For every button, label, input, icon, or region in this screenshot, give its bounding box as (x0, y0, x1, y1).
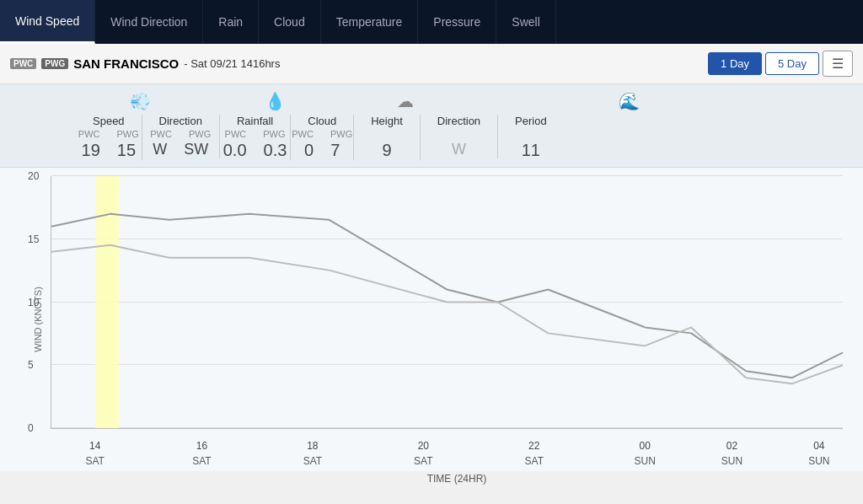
speed-pwc-label: PWC (78, 129, 100, 139)
y-tick-15: 15 (28, 233, 39, 245)
y-tick-0: 0 (28, 422, 34, 434)
chart-svg (51, 176, 843, 428)
wind-line-upper (51, 214, 843, 378)
swell-height-labels (354, 129, 420, 139)
rain-pwc-value: 0.0 (223, 141, 247, 160)
x-axis-title: TIME (24HR) (0, 473, 863, 485)
x-label-04: 04SUN (808, 438, 829, 469)
swell-period-group: Period 11 (498, 115, 564, 160)
swell-period-value: 11 (522, 141, 540, 160)
tab-wind-direction[interactable]: Wind Direction (95, 0, 203, 44)
rainfall-header: Rainfall (220, 115, 290, 127)
chart-container: WIND (KNOTS) 0 5 10 15 20 (0, 168, 863, 471)
cloud-icon: ☁ (342, 91, 469, 111)
location-name: SAN FRANCISCO (73, 56, 179, 71)
swell-height-values: 9 (354, 141, 420, 160)
x-label-16: 16SAT (192, 438, 211, 469)
y-tick-20: 20 (28, 170, 39, 182)
swell-height-group: Height 9 (354, 115, 421, 160)
dir-pwc-value: W (153, 141, 167, 158)
tab-swell[interactable]: Swell (496, 0, 555, 44)
direction-values: W SW (142, 141, 219, 158)
pwc-badge-1: PWC (10, 58, 36, 69)
y-tick-10: 10 (28, 297, 39, 308)
summary-columns: Speed PWC PWG 19 15 Direction PWC PWG W … (59, 115, 863, 160)
speed-values: 19 15 (76, 141, 142, 160)
dir-pwg-value: SW (184, 141, 208, 158)
chart-inner: 0 5 10 15 20 14SAT 16SAT 18SAT 20 (51, 176, 843, 429)
cloud-pwg-value: 7 (330, 141, 340, 160)
speed-pwc-value: 19 (82, 141, 100, 160)
x-label-02: 02SUN (721, 438, 742, 469)
cloud-values: 0 7 (291, 141, 353, 160)
x-label-14: 14SAT (85, 438, 104, 469)
speed-pwg-label: PWG (116, 129, 138, 139)
rainfall-group: Rainfall PWC PWG 0.0 0.3 (220, 115, 291, 160)
dir-pwc-label: PWC (150, 129, 172, 139)
cloud-labels: PWC PWG (291, 129, 353, 139)
rain-pwc-label: PWC (225, 129, 247, 139)
swell-height-header: Height (354, 115, 420, 127)
speed-group: Speed PWC PWG 19 15 (76, 115, 142, 160)
pwc-badge-2: PWG (41, 58, 68, 69)
day-buttons: 1 Day 5 Day ☰ (708, 51, 853, 77)
speed-header: Speed (76, 115, 142, 127)
swell-period-values: 11 (498, 141, 564, 160)
tab-cloud[interactable]: Cloud (259, 0, 321, 44)
cloud-pwg-label: PWG (330, 129, 352, 139)
top-nav: Wind Speed Wind Direction Rain Cloud Tem… (0, 0, 863, 44)
tab-wind-speed[interactable]: Wind Speed (0, 0, 95, 44)
cloud-group: Cloud PWC PWG 0 7 (291, 115, 354, 160)
wind-line-lower (51, 245, 843, 383)
tab-temperature[interactable]: Temperature (321, 0, 419, 44)
swell-period-header: Period (498, 115, 564, 127)
location-date: - Sat 09/21 1416hrs (184, 57, 280, 70)
1-day-button[interactable]: 1 Day (708, 52, 762, 75)
x-label-22: 22SAT (525, 438, 544, 469)
swell-dir-group: Direction W (421, 115, 498, 158)
swell-dir-values: W (421, 141, 497, 158)
data-summary: 💨 💧 ☁ 🌊 Speed PWC PWG 19 15 Direction PW… (0, 84, 863, 168)
x-label-18: 18SAT (303, 438, 322, 469)
swell-dir-labels (421, 129, 497, 139)
speed-labels: PWC PWG (76, 129, 142, 139)
location-info: PWC PWG SAN FRANCISCO - Sat 09/21 1416hr… (10, 56, 280, 71)
swell-dir-value: W (452, 141, 466, 158)
swell-period-labels (498, 129, 564, 139)
5-day-button[interactable]: 5 Day (765, 52, 819, 75)
cloud-pwc-value: 0 (304, 141, 314, 160)
direction-labels: PWC PWG (142, 129, 219, 139)
tab-rain[interactable]: Rain (203, 0, 259, 44)
direction-header: Direction (142, 115, 219, 127)
rain-pwg-value: 0.3 (264, 141, 287, 160)
sub-header: PWC PWG SAN FRANCISCO - Sat 09/21 1416hr… (0, 44, 863, 84)
direction-group: Direction PWC PWG W SW (142, 115, 220, 158)
x-label-00: 00SUN (635, 438, 656, 469)
cloud-pwc-label: PWC (292, 129, 314, 139)
y-tick-5: 5 (28, 359, 34, 371)
menu-button[interactable]: ☰ (823, 51, 853, 77)
rain-icon: 💧 (207, 91, 342, 111)
tab-pressure[interactable]: Pressure (418, 0, 496, 44)
speed-pwg-value: 15 (117, 141, 136, 160)
rainfall-labels: PWC PWG (220, 129, 290, 139)
cloud-header: Cloud (291, 115, 353, 127)
rainfall-values: 0.0 0.3 (220, 141, 290, 160)
swell-height-value: 9 (382, 141, 391, 160)
rain-pwg-label: PWG (263, 129, 285, 139)
swell-icon: 🌊 (469, 91, 789, 111)
wind-icon: 💨 (72, 91, 207, 111)
dir-pwg-label: PWG (189, 129, 211, 139)
x-label-20: 20SAT (414, 438, 432, 469)
swell-dir-header: Direction (421, 115, 497, 127)
